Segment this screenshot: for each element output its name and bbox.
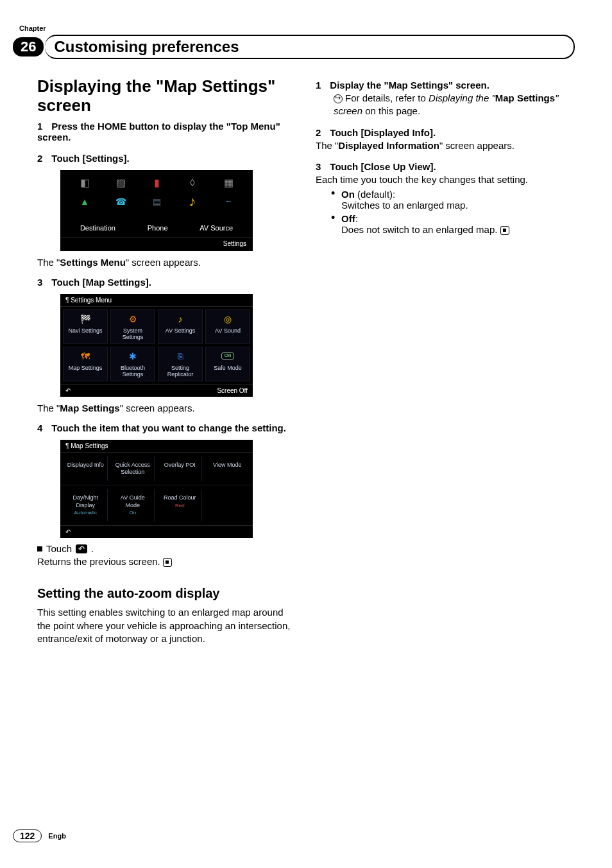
text: On <box>221 352 235 360</box>
text: The " <box>316 140 338 151</box>
step-4: 4Touch the item that you want to change … <box>37 422 296 433</box>
section-heading-map-settings: Displaying the "Map Settings" screen <box>37 77 296 116</box>
each-time-text: Each time you touch the key changes that… <box>316 173 575 186</box>
option-name: Off <box>341 213 355 224</box>
destination-icon: ▲ <box>78 195 92 209</box>
tile-view-mode: View Mode <box>206 456 250 482</box>
tile-label: View Mode <box>213 462 241 468</box>
text: The " <box>37 257 60 268</box>
topmenu-label: Destination <box>80 224 115 232</box>
step-text: Touch the item that you want to change t… <box>51 422 286 433</box>
end-section-icon <box>163 558 172 567</box>
badge-on: On <box>207 350 248 364</box>
step-number: 1 <box>316 80 321 91</box>
screenshot-settings-menu: ¶ Settings Menu 🏁Navi Settings ⚙System S… <box>60 294 296 397</box>
text-bold: Map Settings <box>495 92 555 103</box>
topmenu-icon: ▦ <box>221 175 236 191</box>
text: " screen appears. <box>439 140 514 151</box>
tile-overlay-poi: Overlay POI <box>158 456 202 482</box>
option-on: On (default): Switches to an enlarged ma… <box>331 189 575 211</box>
tile-label: Safe Mode <box>207 365 248 372</box>
text: Touch <box>46 543 72 554</box>
right-column: 1Display the "Map Settings" screen. For … <box>316 77 575 645</box>
topmenu-icon: ▨ <box>113 175 128 191</box>
text: Does not switch to an enlarged map. <box>341 224 497 235</box>
tile-label: Overlay POI <box>164 462 196 468</box>
auto-zoom-body: This setting enables switching to an enl… <box>37 606 296 645</box>
tile-av-settings: ♪AV Settings <box>158 309 203 344</box>
bluetooth-icon: ✱ <box>112 350 153 364</box>
text: For details, refer to <box>345 92 429 103</box>
tile-bluetooth-settings: ✱Bluetooth Settings <box>110 347 155 381</box>
step-text: Touch [Displayed Info]. <box>330 127 436 138</box>
back-icon: ↶ <box>65 387 71 394</box>
step-2: 2Touch [Settings]. <box>37 153 296 164</box>
av-source-icon: ♪ <box>185 195 200 209</box>
tile-label: Map Settings <box>65 365 106 372</box>
text-bold: Map Settings <box>60 403 119 413</box>
tile-sub: Red <box>175 503 185 508</box>
chapter-number-badge: 26 <box>13 37 44 56</box>
step-number: 3 <box>316 161 321 172</box>
tile-safe-mode: OnSafe Mode <box>205 347 250 381</box>
screenshot-title: ¶ Map Settings <box>65 442 108 449</box>
header-title-wrap: Customising preferences <box>45 35 575 59</box>
step-text: Touch [Map Settings]. <box>51 277 151 288</box>
text: . <box>91 543 94 554</box>
tile-label: AV Settings <box>160 328 201 334</box>
header-title: Customising preferences <box>54 38 565 56</box>
text: (default): <box>355 189 395 200</box>
heading-pre: Displaying the " <box>37 76 164 96</box>
step-number: 2 <box>37 153 42 164</box>
topmenu-icon: ~ <box>221 195 235 209</box>
topmenu-label: Phone <box>148 224 168 232</box>
page-footer: 122 Engb <box>13 829 66 842</box>
step-number: 3 <box>37 277 42 288</box>
tile-quick-access: Quick Access Selection <box>112 456 155 482</box>
replicator-icon: ⎘ <box>160 350 201 364</box>
chapter-header: 26 Customising preferences <box>13 35 575 59</box>
step-number: 1 <box>37 121 42 132</box>
step-text: Display the "Map Settings" screen. <box>330 80 489 91</box>
text: The " <box>37 403 60 413</box>
step-1: 1Press the HOME button to display the "T… <box>37 121 296 143</box>
flag-icon: 🏁 <box>65 313 106 327</box>
topmenu-icon: ◧ <box>77 175 92 191</box>
screenshot-top-menu: ◧ ▨ ▮ ◊ ▦ ▲ ☎ ▤ ♪ ~ Destination <box>60 170 296 251</box>
tile-label: Day/Night Display <box>72 494 98 508</box>
screen-off-label: Screen Off <box>217 387 248 394</box>
tile-setting-replicator: ⎘Setting Replicator <box>158 347 203 381</box>
back-icon: ↶ <box>65 528 71 535</box>
screenshot-title: ¶ Settings Menu <box>65 297 112 304</box>
left-column: Displaying the "Map Settings" screen 1Pr… <box>37 77 296 645</box>
text: " screen appears. <box>120 403 195 413</box>
step-text: Press the HOME button to display the "To… <box>37 121 280 143</box>
heading-ref: Map Settings <box>164 76 268 96</box>
tile-label: AV Guide Mode <box>121 494 145 508</box>
tile-sub: On <box>129 510 136 516</box>
xref-arrow-icon <box>334 94 343 103</box>
topmenu-icon: ◊ <box>185 175 200 191</box>
displayed-info-appears: The "Displayed Information" screen appea… <box>316 139 575 152</box>
text-bold: Displayed Information <box>338 140 439 151</box>
tile-map-settings: 🗺Map Settings <box>63 347 108 381</box>
text: Settings Menu <box>71 297 112 304</box>
note-icon: ♪ <box>160 313 201 327</box>
caption-map-settings-appears: The "Map Settings" screen appears. <box>37 402 296 415</box>
topmenu-label: AV Source <box>200 224 233 232</box>
tile-label: Bluetooth Settings <box>112 365 153 378</box>
bullet-square-icon <box>37 546 42 551</box>
tile-sub: Automatic <box>74 510 97 516</box>
xref-line: For details, refer to Displaying the "Ma… <box>334 92 575 118</box>
tile-displayed-info: Displayed Info <box>64 456 108 482</box>
option-name: On <box>341 189 355 200</box>
text-bold: Settings Menu <box>60 257 126 268</box>
page-number: 122 <box>13 829 42 842</box>
chapter-label: Chapter <box>19 24 46 32</box>
gear-icon: ⚙ <box>112 313 153 327</box>
topmenu-icon: ▮ <box>149 175 164 191</box>
options-list: On (default): Switches to an enlarged ma… <box>331 189 575 235</box>
step-number: 2 <box>316 127 321 138</box>
text-italic: Displaying the " <box>429 92 495 103</box>
tile-road-colour: Road ColourRed <box>158 489 202 521</box>
